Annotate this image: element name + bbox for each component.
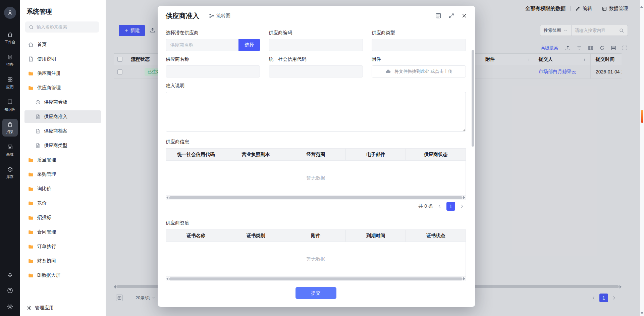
rail-item-procurement[interactable]: 招采 <box>2 119 18 137</box>
sidebar-item-contract[interactable]: 合同管理 <box>24 226 101 239</box>
supplier-code-field[interactable] <box>269 39 363 51</box>
horizontal-scroll-thumb[interactable] <box>169 277 463 280</box>
potential-supplier-field[interactable] <box>166 39 238 51</box>
scroll-up-arrow[interactable] <box>640 0 643 8</box>
credit-code-input[interactable] <box>273 69 359 74</box>
new-record-button[interactable]: 新建 <box>119 25 145 36</box>
row-cell-attachment <box>482 65 534 78</box>
rail-item-todo[interactable]: 待办 <box>2 51 18 69</box>
rail-item-inventory[interactable]: 库存 <box>2 164 18 181</box>
sidebar-item-home[interactable]: 首页 <box>24 38 101 51</box>
header-cell-submit-time[interactable]: 提交时间 <box>590 54 622 65</box>
data-scope-selector[interactable]: 全部有权限的数据 <box>525 5 566 12</box>
page-size-select[interactable]: 20条/页 <box>136 295 156 301</box>
rail-item-knowledge[interactable]: 知识库 <box>2 96 18 114</box>
import-icon[interactable] <box>150 27 156 33</box>
scroll-position-marker[interactable] <box>641 110 643 123</box>
page-vertical-scrollbar[interactable] <box>640 0 644 316</box>
refresh-icon[interactable] <box>599 45 605 51</box>
scroll-left-arrow[interactable] <box>114 285 116 288</box>
prev-page-icon[interactable] <box>437 204 442 209</box>
sidebar-item-tender[interactable]: 招投标 <box>24 211 101 224</box>
next-page-icon[interactable] <box>611 295 616 301</box>
rail-item-workbench[interactable]: 工作台 <box>2 29 18 47</box>
pagination-settings-icon[interactable] <box>116 295 123 301</box>
sidebar-item-quality[interactable]: 质量管理 <box>24 154 101 166</box>
sidebar-item-bidding[interactable]: 竞价 <box>24 197 101 210</box>
page-search-input[interactable] <box>575 28 617 33</box>
sidebar-item-supplier-access[interactable]: 供应商准入 <box>24 110 101 123</box>
sidebar-item-supplier-manage[interactable]: 供应商管理 <box>24 82 101 94</box>
sidebar-item-supplier-type[interactable]: 供应商类型 <box>24 139 101 152</box>
attachment-upload-dropzone[interactable]: 将文件拖拽到此处 或点击上传 <box>372 65 466 77</box>
rail-item-mall[interactable]: 商城 <box>2 141 18 159</box>
close-icon[interactable] <box>461 13 467 19</box>
scroll-left-arrow[interactable] <box>166 277 168 280</box>
bell-icon[interactable] <box>7 271 13 278</box>
supplier-code-input[interactable] <box>273 42 359 48</box>
sidebar-item-order[interactable]: 订单执行 <box>24 240 101 253</box>
export-icon[interactable] <box>565 45 571 51</box>
expand-icon[interactable] <box>448 13 454 19</box>
supplier-name-input[interactable] <box>170 69 256 74</box>
field-attachment: 附件 将文件拖拽到此处 或点击上传 <box>372 56 466 77</box>
user-avatar[interactable] <box>4 7 16 19</box>
header-cell-attachment[interactable]: 附件 <box>482 54 534 65</box>
submitter-link[interactable]: 市场部白月鲸采云 <box>539 69 576 75</box>
supplier-type-input[interactable] <box>376 42 462 48</box>
flow-chart-link[interactable]: 流转图 <box>209 13 230 19</box>
sidebar-item-bi[interactable]: BI数据大屏 <box>24 269 101 282</box>
credit-code-field[interactable] <box>269 65 363 77</box>
select-all-checkbox[interactable] <box>117 57 122 62</box>
prev-page-icon[interactable] <box>591 295 596 301</box>
chevron-down-icon <box>152 296 156 300</box>
scroll-down-arrow[interactable] <box>641 312 643 314</box>
doc-icon <box>35 128 41 134</box>
column-label: 提交时间 <box>596 56 614 62</box>
sidebar-item-usage[interactable]: 使用说明 <box>24 53 101 65</box>
filter-icon[interactable] <box>576 45 582 51</box>
fullscreen-icon[interactable] <box>622 45 628 51</box>
sidebar-item-purchase[interactable]: 采购管理 <box>24 168 101 181</box>
folder-icon <box>28 244 34 250</box>
sidebar-item-supplier-archive[interactable]: 供应商档案 <box>24 125 101 138</box>
scroll-right-arrow[interactable] <box>463 277 465 280</box>
scroll-right-arrow[interactable] <box>463 196 465 199</box>
sidebar-item-supplier-board[interactable]: 供应商看板 <box>24 96 101 109</box>
submit-button[interactable]: 提交 <box>296 287 336 299</box>
sidebar-search-field[interactable] <box>25 21 99 33</box>
access-note-textarea[interactable] <box>166 92 466 131</box>
edit-button[interactable]: 编辑 <box>575 6 592 12</box>
scroll-right-arrow[interactable] <box>620 285 622 288</box>
column-menu-icon[interactable] <box>527 57 531 62</box>
search-icon[interactable] <box>619 28 624 33</box>
form-view-icon[interactable] <box>435 12 442 19</box>
help-icon[interactable] <box>7 287 13 294</box>
supplier-name-field[interactable] <box>166 65 260 77</box>
sidebar-search-input[interactable] <box>37 24 96 30</box>
scroll-left-arrow[interactable] <box>166 196 168 199</box>
row-checkbox[interactable] <box>117 69 122 74</box>
current-page-button[interactable]: 1 <box>599 294 608 302</box>
gear-icon[interactable] <box>7 303 13 310</box>
sidebar-item-supplier-register[interactable]: 供应商注册 <box>24 67 101 80</box>
search-scope-select[interactable]: 搜索范围 <box>540 25 572 36</box>
card-view-icon[interactable] <box>610 45 616 51</box>
sidebar-item-finance[interactable]: 财务协同 <box>24 255 101 267</box>
sidebar-item-inquiry[interactable]: 询比价 <box>24 182 101 195</box>
data-manage-button[interactable]: 数据管理 <box>602 6 628 12</box>
header-cell-submitter[interactable]: 提交人 <box>534 54 590 65</box>
knowledge-icon <box>7 99 13 105</box>
manage-apps-button[interactable]: 管理应用 <box>20 300 106 316</box>
select-supplier-button[interactable]: 选择 <box>238 39 260 51</box>
horizontal-scroll-thumb[interactable] <box>169 196 463 199</box>
potential-supplier-input[interactable] <box>170 42 234 48</box>
column-menu-icon[interactable] <box>582 57 587 62</box>
columns-icon[interactable] <box>588 45 594 51</box>
current-page-button[interactable]: 1 <box>446 202 455 211</box>
rail-item-apps[interactable]: 应用 <box>2 74 18 92</box>
next-page-icon[interactable] <box>459 204 465 209</box>
advanced-search-link[interactable]: 高级搜索 <box>541 45 558 51</box>
modal-scroll-thumb[interactable] <box>472 50 474 147</box>
supplier-type-field[interactable] <box>372 39 466 51</box>
